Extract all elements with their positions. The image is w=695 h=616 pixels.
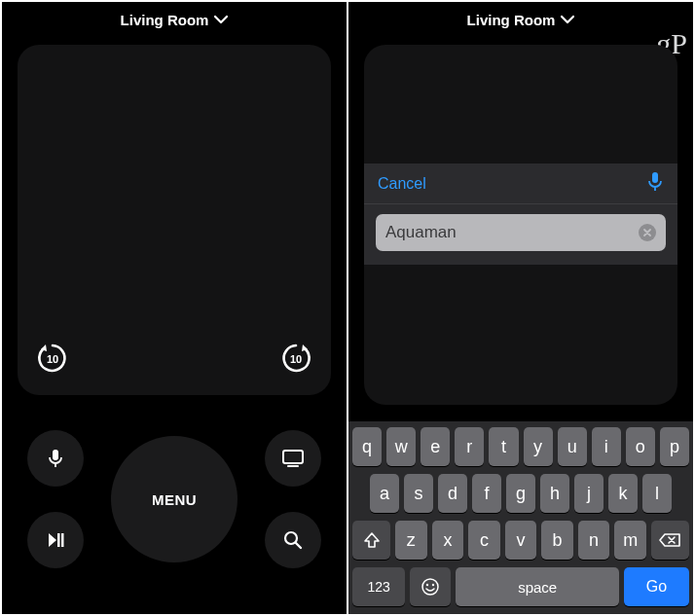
key-o[interactable]: o — [626, 427, 655, 466]
play-pause-button[interactable] — [27, 512, 84, 568]
svg-point-12 — [422, 579, 438, 595]
key-v[interactable]: v — [505, 521, 537, 560]
control-cluster: MENU — [2, 420, 347, 596]
close-icon — [642, 228, 652, 237]
clear-button[interactable] — [639, 224, 656, 241]
key-e[interactable]: e — [421, 427, 450, 466]
key-b[interactable]: b — [541, 521, 573, 560]
key-q[interactable]: q — [352, 427, 382, 466]
chevron-down-icon — [214, 15, 228, 24]
key-h[interactable]: h — [540, 474, 569, 513]
skip-back-button[interactable]: 10 — [33, 339, 72, 378]
svg-rect-10 — [652, 172, 658, 183]
key-numbers[interactable]: 123 — [352, 567, 405, 606]
key-k[interactable]: k — [608, 474, 638, 513]
svg-text:10: 10 — [47, 353, 58, 365]
key-d[interactable]: d — [438, 474, 467, 513]
chevron-down-icon — [561, 15, 574, 24]
key-p[interactable]: p — [660, 427, 689, 466]
keyboard: q w e r t y u i o p a s d f g h j k l — [348, 421, 693, 614]
search-input[interactable]: Aquaman — [376, 214, 666, 251]
keyboard-row-3: z x c v b n m — [352, 521, 689, 560]
key-j[interactable]: j — [574, 474, 604, 513]
keyboard-row-1: q w e r t y u i o p — [352, 427, 689, 466]
key-go[interactable]: Go — [624, 567, 689, 606]
microphone-icon — [45, 448, 66, 469]
search-button[interactable] — [265, 512, 321, 568]
device-selector[interactable]: Living Room — [2, 2, 347, 37]
svg-rect-6 — [283, 451, 303, 463]
dictation-button[interactable] — [646, 171, 664, 197]
key-g[interactable]: g — [506, 474, 535, 513]
svg-line-9 — [296, 543, 301, 548]
key-s[interactable]: s — [404, 474, 433, 513]
key-w[interactable]: w — [386, 427, 416, 466]
key-m[interactable]: m — [614, 521, 646, 560]
key-i[interactable]: i — [592, 427, 621, 466]
touch-surface[interactable]: Cancel Aquaman — [364, 45, 677, 405]
key-t[interactable]: t — [489, 427, 518, 466]
keyboard-pane: Living Room gP Cancel Aquaman — [348, 2, 693, 614]
device-name: Living Room — [121, 12, 209, 28]
keyboard-row-4: 123 space Go — [352, 567, 689, 606]
menu-label: MENU — [152, 491, 197, 508]
svg-point-13 — [426, 584, 428, 586]
key-backspace[interactable] — [651, 521, 689, 560]
svg-rect-5 — [61, 533, 64, 547]
tv-button[interactable] — [265, 430, 321, 487]
cancel-button[interactable]: Cancel — [378, 175, 426, 193]
keyboard-row-2: a s d f g h j k l — [352, 474, 689, 513]
backspace-icon — [658, 531, 681, 549]
text-input-panel: Cancel Aquaman — [364, 163, 677, 265]
play-pause-icon — [45, 529, 66, 551]
svg-text:10: 10 — [290, 353, 302, 365]
device-selector[interactable]: Living Room — [348, 2, 693, 37]
key-space[interactable]: space — [456, 567, 619, 606]
remote-pane: Living Room 10 10 — [2, 2, 347, 614]
shift-icon — [362, 531, 382, 549]
svg-point-14 — [432, 584, 434, 586]
key-emoji[interactable] — [410, 567, 451, 606]
svg-rect-2 — [53, 450, 58, 460]
key-r[interactable]: r — [455, 427, 484, 466]
voice-button[interactable] — [27, 430, 84, 487]
key-n[interactable]: n — [578, 521, 610, 560]
skip-forward-button[interactable]: 10 — [276, 339, 315, 378]
key-x[interactable]: x — [432, 521, 464, 560]
tv-icon — [281, 448, 305, 469]
key-a[interactable]: a — [370, 474, 399, 513]
microphone-icon — [646, 171, 664, 193]
device-name: Living Room — [467, 12, 556, 28]
search-value: Aquaman — [385, 223, 457, 242]
key-f[interactable]: f — [472, 474, 501, 513]
key-c[interactable]: c — [468, 521, 500, 560]
search-icon — [282, 529, 304, 551]
emoji-icon — [421, 577, 440, 597]
key-shift[interactable] — [352, 521, 390, 560]
key-u[interactable]: u — [558, 427, 587, 466]
key-y[interactable]: y — [524, 427, 553, 466]
menu-button[interactable]: MENU — [111, 436, 238, 562]
touch-surface[interactable]: 10 10 — [18, 45, 331, 395]
key-z[interactable]: z — [395, 521, 427, 560]
key-l[interactable]: l — [642, 474, 672, 513]
svg-rect-4 — [57, 533, 60, 547]
